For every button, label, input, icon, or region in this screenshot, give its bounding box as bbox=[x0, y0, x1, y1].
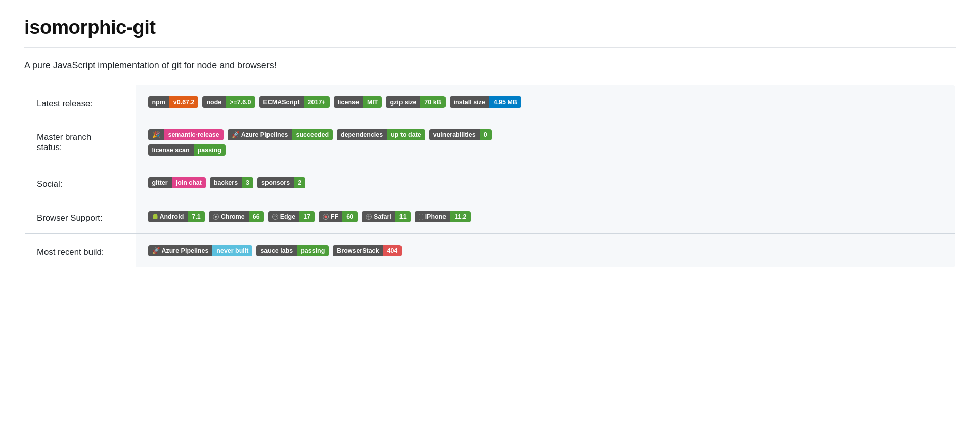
description: A pure JavaScript implementation of git … bbox=[24, 60, 956, 71]
table-row: Most recent build: 🚀 Azure Pipelines nev… bbox=[25, 234, 956, 268]
row-label-most-recent-build: Most recent build: bbox=[25, 234, 136, 268]
badge-node[interactable]: node >=7.6.0 bbox=[202, 96, 255, 108]
row-label-browser-support: Browser Support: bbox=[25, 200, 136, 234]
badge-chrome[interactable]: Chrome 66 bbox=[209, 211, 264, 222]
svg-point-2 bbox=[272, 214, 278, 220]
badge-gitter[interactable]: gitter join chat bbox=[148, 177, 206, 188]
badge-iphone[interactable]: iPhone 11.2 bbox=[415, 211, 471, 222]
divider bbox=[24, 47, 956, 48]
badge-license-scan[interactable]: license scan passing bbox=[148, 144, 226, 156]
badge-license[interactable]: license MIT bbox=[334, 96, 382, 108]
badge-sauce-labs[interactable]: sauce labs passing bbox=[256, 245, 329, 256]
info-table: Latest release: npm v0.67.2 node >=7.6.0… bbox=[24, 85, 956, 268]
table-row: Latest release: npm v0.67.2 node >=7.6.0… bbox=[25, 85, 956, 119]
row-label-master-branch: Master branchstatus: bbox=[25, 119, 136, 166]
table-row: Browser Support: Android 7.1 Chrome 66 bbox=[25, 200, 956, 234]
badge-android[interactable]: Android 7.1 bbox=[148, 211, 205, 222]
svg-point-1 bbox=[215, 216, 217, 218]
badge-ff[interactable]: FF 60 bbox=[319, 211, 358, 222]
badge-vulnerabilities[interactable]: vulnerabilities 0 bbox=[429, 129, 492, 140]
badge-azure-pipelines-build[interactable]: 🚀 Azure Pipelines never built bbox=[148, 245, 253, 256]
badge-backers[interactable]: backers 3 bbox=[210, 177, 253, 188]
row-content-most-recent-build: 🚀 Azure Pipelines never built sauce labs… bbox=[136, 234, 956, 268]
page-title: isomorphic-git bbox=[24, 16, 956, 38]
badge-gzip-size[interactable]: gzip size 70 kB bbox=[386, 96, 445, 108]
row-content-browser-support: Android 7.1 Chrome 66 Edge 17 bbox=[136, 200, 956, 234]
badge-safari[interactable]: Safari 11 bbox=[362, 211, 411, 222]
badge-browserstack[interactable]: BrowserStack 404 bbox=[333, 245, 402, 256]
row-label-social: Social: bbox=[25, 166, 136, 200]
table-row: Social: gitter join chat backers 3 spons… bbox=[25, 166, 956, 200]
row-label-latest-release: Latest release: bbox=[25, 85, 136, 119]
row-content-social: gitter join chat backers 3 sponsors 2 bbox=[136, 166, 956, 200]
badge-install-size[interactable]: install size 4.95 MB bbox=[450, 96, 521, 108]
badge-azure-pipelines[interactable]: 🚀 Azure Pipelines succeeded bbox=[228, 129, 333, 140]
row-content-latest-release: npm v0.67.2 node >=7.6.0 ECMAScript 2017… bbox=[136, 85, 956, 119]
table-row: Master branchstatus: 🎉 semantic-release … bbox=[25, 119, 956, 166]
svg-point-4 bbox=[325, 216, 327, 218]
row-content-master-branch: 🎉 semantic-release 🚀 Azure Pipelines suc… bbox=[136, 119, 956, 166]
badge-dependencies[interactable]: dependencies up to date bbox=[337, 129, 425, 140]
badge-npm[interactable]: npm v0.67.2 bbox=[148, 96, 199, 108]
badge-edge[interactable]: Edge 17 bbox=[268, 211, 315, 222]
badge-sponsors[interactable]: sponsors 2 bbox=[257, 177, 305, 188]
badge-ecmascript[interactable]: ECMAScript 2017+ bbox=[259, 96, 330, 108]
badge-semantic-release[interactable]: 🎉 semantic-release bbox=[148, 129, 224, 140]
